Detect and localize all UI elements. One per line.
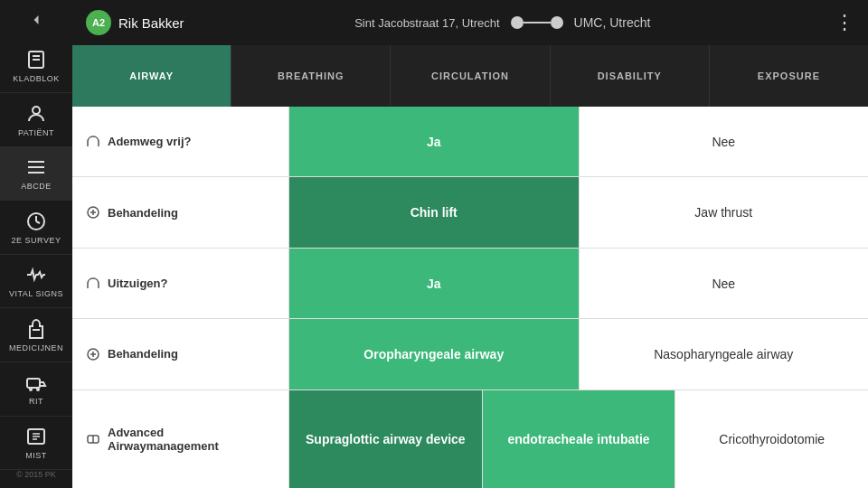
tab-nav: AIRWAY BREATHING CIRCULATION DISABILITY …	[72, 45, 868, 107]
airway-device-icon	[86, 347, 100, 361]
svg-point-12	[29, 388, 33, 391]
airways-icon	[86, 135, 100, 149]
sidebar-item-vital-signs[interactable]: VITAL SIGNS	[0, 255, 72, 309]
svg-point-13	[36, 388, 40, 391]
patient-name: Rik Bakker	[118, 15, 184, 31]
tab-exposure[interactable]: EXPOSURE	[710, 45, 868, 107]
sidebar-item-rit[interactable]: RIT	[0, 362, 72, 417]
table-row-advanced: Advanced Airwaymanagement Supraglottic a…	[72, 390, 868, 488]
cell-uitzuigen-nee[interactable]: Nee	[580, 249, 869, 318]
advanced-airway-icon	[86, 432, 100, 446]
content-table: Ademweg vrij? Ja Nee Behandeling	[72, 107, 868, 488]
main-content: AIRWAY BREATHING CIRCULATION DISABILITY …	[72, 45, 868, 488]
cell-ademweg-ja[interactable]: Ja	[289, 107, 580, 176]
sidebar-item-survey[interactable]: 2e SURVEY	[0, 201, 72, 255]
sidebar-item-label-abcde: ABCDE	[21, 182, 52, 191]
sidebar-item-label-rit: RIT	[29, 397, 43, 406]
row-label-ademweg: Ademweg vrij?	[72, 107, 289, 176]
sidebar-item-patient[interactable]: PATIËNT	[0, 93, 72, 147]
cell-chin-lift[interactable]: Chin lift	[289, 177, 580, 247]
svg-line-9	[36, 221, 40, 223]
row-cells-behandeling2: Oropharyngeale airway Nasopharyngeale ai…	[289, 319, 868, 389]
svg-rect-6	[28, 172, 44, 174]
row-cells-behandeling1: Chin lift Jaw thrust	[289, 177, 868, 247]
sidebar-item-medicijnen[interactable]: MEDICIJNEN	[0, 308, 72, 362]
cell-endotracheale[interactable]: endotracheale intubatie	[483, 390, 676, 488]
row-cells-ademweg: Ja Nee	[289, 107, 868, 176]
route-end-dot	[551, 16, 563, 29]
cell-jaw-thrust[interactable]: Jaw thrust	[580, 177, 869, 247]
cell-nasopharyngeale[interactable]: Nasopharyngeale airway	[580, 319, 869, 389]
cell-supraglottic[interactable]: Supraglottic airway device	[289, 390, 483, 488]
row-label-advanced: Advanced Airwaymanagement	[72, 390, 289, 488]
route-indicator	[511, 16, 563, 29]
tab-disability[interactable]: DISABILITY	[551, 45, 710, 107]
svg-point-3	[33, 107, 40, 114]
sidebar-item-label-kladblok: KLADBLOK	[13, 74, 60, 83]
table-row-behandeling1: Behandeling Chin lift Jaw thrust	[72, 177, 868, 248]
route-line	[524, 22, 551, 23]
patient-address: Sint Jacobstraat 17, Utrecht	[354, 16, 499, 30]
row-label-behandeling1: Behandeling	[72, 177, 289, 247]
cell-oropharyngeale[interactable]: Oropharyngeale airway	[289, 319, 580, 389]
tab-breathing[interactable]: BREATHING	[231, 45, 391, 107]
sidebar-item-label-survey: 2e SURVEY	[12, 236, 61, 245]
row-label-uitzuigen: Uitzuigen?	[72, 249, 289, 318]
topbar: A2 Rik Bakker Sint Jacobstraat 17, Utrec…	[72, 0, 868, 45]
sidebar-item-label-medicijnen: MEDICIJNEN	[9, 343, 63, 352]
svg-rect-4	[28, 161, 44, 163]
tab-airway[interactable]: AIRWAY	[72, 45, 231, 107]
svg-rect-11	[27, 379, 40, 388]
sidebar-footer: © 2015 PK	[16, 470, 56, 488]
tab-circulation[interactable]: CIRCULATION	[391, 45, 550, 107]
cell-uitzuigen-ja[interactable]: Ja	[289, 249, 580, 318]
row-label-behandeling2: Behandeling	[72, 319, 289, 389]
sidebar-item-label-mist: MIST	[25, 451, 47, 460]
sidebar-item-abcde[interactable]: ABCDE	[0, 147, 72, 202]
sidebar-item-label-vitalsigns: VITAL SIGNS	[9, 289, 63, 298]
table-row-behandeling2: Behandeling Oropharyngeale airway Nasoph…	[72, 319, 868, 389]
sidebar-item-mist[interactable]: MIST	[0, 417, 72, 471]
sidebar: KLADBLOK PATIËNT ABCDE 2e SURVEY VITAL S…	[0, 0, 72, 488]
treatment-icon	[86, 205, 100, 220]
row-cells-uitzuigen: Ja Nee	[289, 249, 868, 318]
avatar: A2	[86, 10, 111, 35]
hospital-name: UMC, Utrecht	[574, 15, 651, 30]
table-row-ademweg: Ademweg vrij? Ja Nee	[72, 107, 868, 177]
svg-rect-5	[28, 166, 44, 168]
back-icon[interactable]	[27, 11, 45, 29]
table-row-uitzuigen: Uitzuigen? Ja Nee	[72, 249, 868, 319]
cell-cricothyroidotomie[interactable]: Cricothyroidotomie	[675, 390, 868, 488]
sidebar-header	[0, 0, 72, 40]
sidebar-item-kladblok[interactable]: KLADBLOK	[0, 40, 72, 94]
suction-icon	[86, 277, 100, 291]
topbar-center: Sint Jacobstraat 17, Utrecht UMC, Utrech…	[184, 15, 821, 30]
row-cells-advanced: Supraglottic airway device endotracheale…	[289, 390, 868, 488]
sidebar-item-label-patient: PATIËNT	[18, 128, 54, 137]
route-start-dot	[511, 16, 524, 29]
more-menu-button[interactable]: ⋮	[835, 11, 854, 34]
cell-ademweg-nee[interactable]: Nee	[580, 107, 869, 176]
